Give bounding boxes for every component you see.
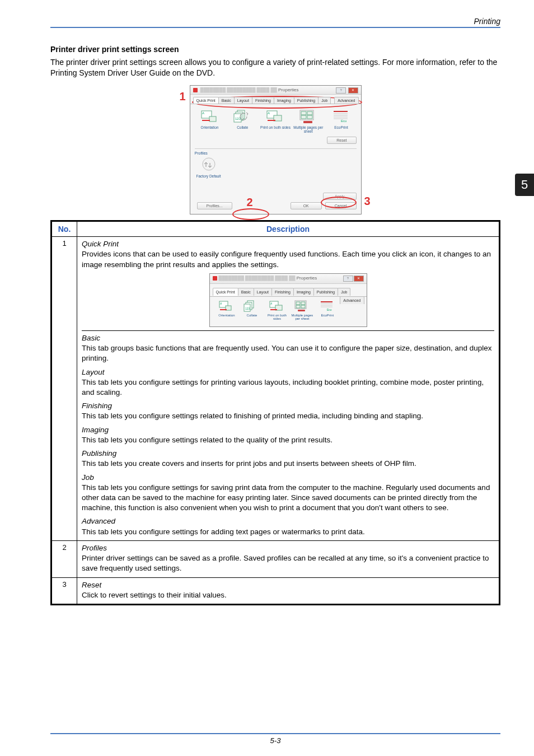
page-footer: 5-3 <box>50 733 500 745</box>
tab-advanced[interactable]: Advanced <box>334 97 358 104</box>
ecoprint-button[interactable]: EcoEcoPrint <box>326 110 357 133</box>
dialog-mini: ████████ █████████ ████ ██ Properties ?✕… <box>209 273 367 327</box>
table-row: 3 ResetClick to revert settings to their… <box>51 577 500 604</box>
svg-rect-14 <box>307 115 312 119</box>
running-header: Printing <box>50 17 500 28</box>
reset-button[interactable]: Reset <box>327 137 356 144</box>
svg-rect-35 <box>301 302 305 305</box>
factory-default-profile[interactable]: Factory Default <box>195 157 223 185</box>
svg-text:A: A <box>270 302 273 305</box>
svg-rect-37 <box>301 305 305 308</box>
th-desc: Description <box>77 221 500 237</box>
svg-rect-15 <box>303 121 312 123</box>
dialog-titlebar: ████████ █████████ ████ ██ Properties ? … <box>190 86 361 95</box>
svg-text:Eco: Eco <box>341 119 347 123</box>
ok-button[interactable]: OK <box>291 202 322 209</box>
svg-rect-11 <box>301 111 306 115</box>
callout-label-2: 2 <box>247 196 253 209</box>
svg-text:Eco: Eco <box>327 308 332 311</box>
profiles-button[interactable]: Profiles... <box>197 202 232 209</box>
collate-button[interactable]: 123Collate <box>227 110 257 133</box>
svg-rect-13 <box>301 115 306 119</box>
svg-rect-38 <box>298 310 305 311</box>
svg-text:A: A <box>219 302 222 305</box>
tab-finishing[interactable]: Finishing <box>252 97 274 104</box>
tab-layout[interactable]: Layout <box>234 97 252 104</box>
callout-oval-2 <box>232 208 269 220</box>
section-title: Printer driver print settings screen <box>50 45 500 54</box>
svg-rect-2 <box>209 116 216 122</box>
app-icon <box>193 88 198 92</box>
svg-text:A: A <box>202 111 204 115</box>
callout-label-3: 3 <box>364 195 371 208</box>
svg-rect-34 <box>296 302 300 305</box>
svg-text:A: A <box>267 111 270 115</box>
tab-basic[interactable]: Basic <box>218 97 235 104</box>
table-row: 1 Quick PrintProvides icons that can be … <box>51 237 500 541</box>
close-icon[interactable]: ✕ <box>348 87 358 94</box>
callout-label-1: 1 <box>180 90 186 103</box>
svg-rect-36 <box>296 305 300 308</box>
side-pagenumber: 5 <box>515 174 534 196</box>
orientation-button[interactable]: AOrientation <box>195 110 225 133</box>
svg-rect-12 <box>307 111 312 115</box>
svg-text:123: 123 <box>245 307 250 310</box>
description-table: No. Description 1 Quick PrintProvides ic… <box>50 220 500 605</box>
callout-oval-3 <box>321 197 357 208</box>
duplex-button[interactable]: APrint on both sides <box>260 110 291 133</box>
tab-strip: Quick PrintBasicLayoutFinishingImagingPu… <box>190 95 361 104</box>
profiles-label: Profiles <box>195 151 357 155</box>
nup-button[interactable]: Multiple pages per sheet <box>293 110 324 133</box>
tab-job[interactable]: Job <box>318 97 331 104</box>
tab-quickprint[interactable]: Quick Print <box>193 97 219 104</box>
help-icon[interactable]: ? <box>336 87 346 94</box>
tab-imaging[interactable]: Imaging <box>274 97 294 104</box>
table-row: 2 ProfilesPrinter driver settings can be… <box>51 540 500 577</box>
tab-publishing[interactable]: Publishing <box>294 97 318 104</box>
section-intro: The printer driver print settings screen… <box>50 57 500 78</box>
th-no: No. <box>51 221 77 237</box>
